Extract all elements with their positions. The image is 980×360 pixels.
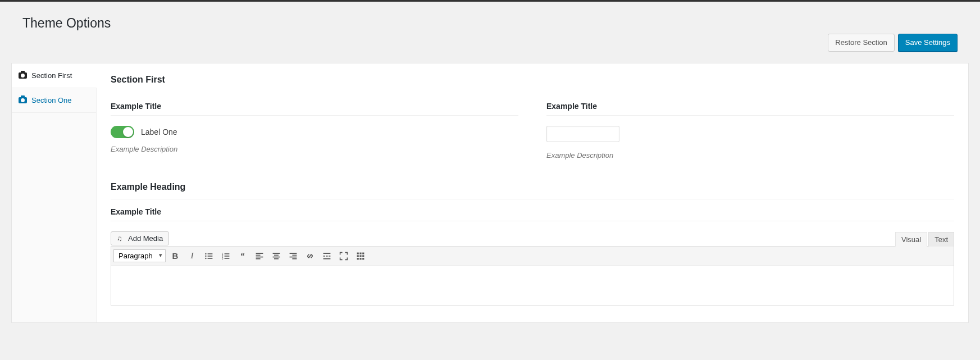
editor-tabs: Visual Text — [895, 231, 954, 246]
field-title: Example Title — [111, 207, 954, 221]
link-icon — [306, 252, 314, 261]
content-area: Section First Example Title Label One Ex… — [96, 63, 968, 322]
svg-point-2 — [205, 255, 206, 256]
svg-rect-36 — [359, 258, 361, 259]
field-row: Example Title Label One Example Descript… — [111, 102, 954, 160]
svg-rect-20 — [290, 253, 297, 254]
svg-rect-14 — [256, 256, 263, 257]
svg-rect-30 — [359, 252, 361, 254]
numbered-list-icon: 123 — [221, 252, 230, 261]
sidebar: Section First Section One — [12, 63, 96, 322]
svg-rect-15 — [256, 258, 261, 259]
svg-rect-29 — [357, 252, 359, 254]
svg-rect-31 — [362, 252, 364, 254]
align-right-button[interactable] — [286, 249, 300, 263]
editor-media-bar: Add Media Visual Text — [111, 231, 954, 246]
sidebar-item-section-first[interactable]: Section First — [12, 63, 97, 88]
link-button[interactable] — [303, 249, 317, 263]
svg-point-0 — [205, 253, 206, 254]
align-right-icon — [289, 252, 298, 261]
toggle-label: Label One — [141, 127, 177, 136]
bold-button[interactable]: B — [168, 249, 183, 263]
fullscreen-button[interactable] — [336, 249, 351, 263]
toggle-knob — [123, 127, 133, 137]
svg-rect-26 — [326, 256, 327, 257]
svg-rect-13 — [256, 254, 261, 256]
svg-rect-11 — [225, 258, 230, 259]
save-settings-button[interactable]: Save Settings — [898, 34, 958, 52]
page-title: Theme Options — [11, 2, 969, 37]
read-more-button[interactable] — [320, 249, 334, 263]
align-left-button[interactable] — [252, 249, 267, 263]
bullet-list-button[interactable] — [202, 249, 216, 263]
field-description: Example Description — [111, 145, 518, 153]
bullet-list-icon — [204, 252, 213, 261]
fullscreen-icon — [339, 252, 348, 261]
svg-point-4 — [205, 257, 206, 258]
sidebar-item-label: Section First — [31, 71, 72, 80]
svg-rect-18 — [273, 256, 280, 257]
blockquote-button[interactable]: “ — [235, 249, 250, 263]
top-actions: Restore Section Save Settings — [11, 34, 969, 52]
field-description: Example Description — [546, 151, 954, 160]
field-title: Example Title — [111, 102, 518, 116]
numbered-list-button[interactable]: 123 — [218, 249, 233, 263]
example-text-input[interactable] — [546, 126, 619, 142]
read-more-icon — [322, 252, 331, 261]
svg-rect-12 — [256, 253, 263, 254]
example-heading: Example Heading — [111, 182, 954, 199]
svg-rect-3 — [208, 256, 213, 257]
options-panel: Section First Section One Section First … — [11, 63, 969, 323]
section-heading: Section First — [111, 75, 954, 85]
svg-rect-22 — [290, 256, 297, 257]
svg-rect-37 — [362, 258, 364, 259]
align-left-icon — [255, 252, 264, 261]
camera-icon — [19, 72, 27, 79]
svg-rect-21 — [292, 254, 297, 256]
svg-rect-17 — [274, 254, 279, 256]
svg-rect-35 — [357, 258, 359, 259]
svg-rect-1 — [208, 253, 213, 254]
text-field: Example Title Example Description — [546, 102, 954, 160]
tab-text[interactable]: Text — [928, 232, 954, 247]
toolbar-toggle-button[interactable] — [353, 249, 368, 263]
svg-rect-34 — [362, 255, 364, 257]
sidebar-item-label: Section One — [31, 96, 72, 104]
toolbar-toggle-icon — [356, 252, 365, 261]
toggle-wrap: Label One — [111, 126, 518, 138]
svg-rect-32 — [357, 255, 359, 257]
align-center-icon — [272, 252, 281, 261]
tab-visual[interactable]: Visual — [895, 232, 927, 247]
add-media-button[interactable]: Add Media — [111, 231, 169, 245]
restore-section-button[interactable]: Restore Section — [828, 34, 895, 52]
format-select[interactable]: Paragraph — [113, 249, 166, 262]
editor-toolbar: Paragraph B I 123 “ — [111, 246, 954, 266]
label-one-toggle[interactable] — [111, 126, 134, 138]
svg-rect-33 — [359, 255, 361, 257]
field-title: Example Title — [546, 102, 954, 116]
svg-rect-27 — [329, 256, 330, 257]
toggle-field: Example Title Label One Example Descript… — [111, 102, 518, 160]
svg-rect-23 — [292, 258, 297, 259]
svg-rect-5 — [208, 258, 213, 259]
svg-text:3: 3 — [222, 257, 224, 259]
svg-rect-28 — [323, 258, 331, 259]
svg-rect-9 — [225, 256, 230, 257]
svg-rect-7 — [225, 253, 230, 254]
svg-rect-16 — [273, 253, 280, 254]
align-center-button[interactable] — [269, 249, 284, 263]
svg-rect-24 — [323, 253, 331, 254]
add-media-label: Add Media — [128, 234, 163, 243]
italic-button[interactable]: I — [185, 249, 199, 263]
editor-content-area[interactable] — [111, 266, 954, 306]
camera-icon — [19, 97, 27, 103]
sidebar-item-section-one[interactable]: Section One — [12, 88, 96, 113]
svg-rect-25 — [323, 256, 325, 257]
svg-rect-19 — [274, 258, 279, 259]
media-icon — [117, 235, 125, 243]
